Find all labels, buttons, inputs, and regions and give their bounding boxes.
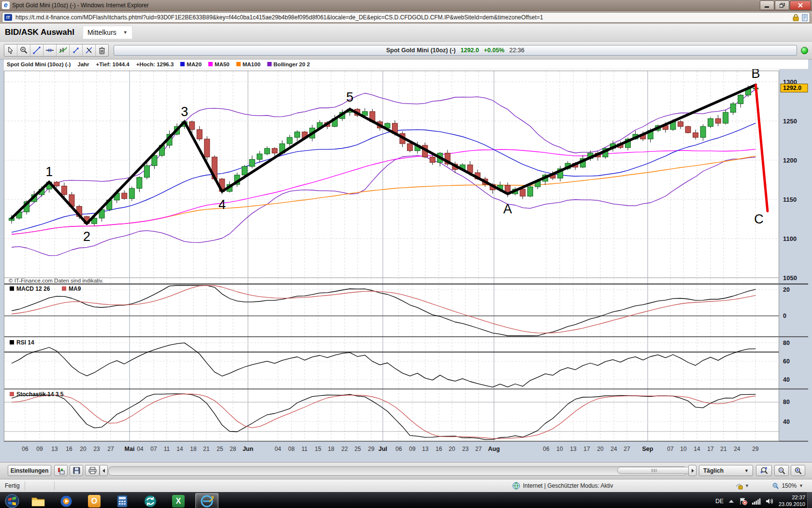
- svg-text:1250: 1250: [783, 118, 797, 125]
- action-center-flag-icon[interactable]: [739, 497, 747, 505]
- chart-bottom-toolbar: Einstellungen Täglich ▼: [0, 462, 812, 479]
- magnifier-fit-icon: [760, 466, 768, 475]
- url-input[interactable]: [14, 14, 791, 21]
- svg-text:20: 20: [597, 446, 604, 452]
- zoom-fit-button[interactable]: [756, 465, 772, 476]
- price-type-select[interactable]: Mittelkurs ▼: [83, 26, 132, 39]
- taskbar-outlook-button[interactable]: O: [83, 493, 105, 508]
- excel-icon: X: [172, 495, 185, 508]
- arrow-left-icon: [102, 469, 105, 473]
- svg-text:C: C: [754, 212, 764, 226]
- trash-icon: [99, 46, 105, 54]
- taskbar-clock[interactable]: 22:37 23.09.2010: [779, 494, 805, 508]
- network-signal-icon[interactable]: [752, 498, 761, 505]
- tray-expand-icon[interactable]: [728, 499, 734, 503]
- save-chart-button[interactable]: [54, 465, 68, 476]
- show-desktop-button[interactable]: [807, 492, 812, 508]
- quote-price: 1292.0: [461, 47, 479, 54]
- trendline-tool-button[interactable]: [30, 45, 44, 56]
- save-button[interactable]: [70, 465, 83, 476]
- svg-text:20: 20: [783, 286, 790, 293]
- legend-series-item: MA20: [180, 61, 202, 67]
- windows-orb-icon: [5, 494, 19, 508]
- sync-icon: [144, 495, 157, 508]
- arrow-right-icon: [691, 469, 694, 473]
- svg-text:1: 1: [45, 164, 53, 179]
- svg-text:13: 13: [51, 446, 58, 452]
- printer-icon: [88, 467, 97, 474]
- start-button[interactable]: [3, 492, 21, 508]
- zoom-in-button[interactable]: [791, 465, 805, 476]
- print-button[interactable]: [85, 465, 100, 476]
- svg-text:MACD 12 26: MACD 12 26: [16, 285, 50, 292]
- svg-text:2: 2: [83, 229, 90, 244]
- language-indicator[interactable]: DE: [715, 498, 724, 505]
- erase-line-tool-button[interactable]: [83, 45, 96, 56]
- svg-text:40: 40: [783, 376, 790, 383]
- floppy-icon: [73, 467, 80, 474]
- svg-text:Sep: Sep: [642, 446, 653, 452]
- svg-text:06: 06: [395, 446, 402, 452]
- quote-time: 22:36: [509, 47, 524, 54]
- chart-scrollbar[interactable]: [108, 466, 687, 476]
- segment-tool-button[interactable]: [70, 45, 83, 56]
- close-icon: [798, 3, 803, 8]
- magnifier-minus-icon: [778, 467, 785, 475]
- minimize-button[interactable]: [760, 0, 774, 10]
- indicator-tool-button[interactable]: [57, 45, 70, 56]
- price-chart-canvas[interactable]: 06091316202327Mai0407111418212528Jun0408…: [4, 69, 808, 456]
- svg-text:20: 20: [449, 446, 455, 452]
- magnifier-plus-icon: [772, 482, 779, 490]
- taskbar-excel-button[interactable]: X: [167, 493, 189, 508]
- taskbar-ie-button-active[interactable]: [195, 493, 218, 508]
- scroll-right-button[interactable]: [688, 465, 696, 476]
- zoom-out-button[interactable]: [774, 465, 789, 476]
- svg-text:11: 11: [302, 446, 308, 452]
- legend-text: +Tief: 1044.4: [96, 61, 130, 67]
- url-field[interactable]: IT: [2, 12, 810, 23]
- restore-button[interactable]: [775, 0, 789, 10]
- trendline-icon: [33, 46, 41, 54]
- svg-text:04: 04: [275, 446, 281, 452]
- timeframe-value: Täglich: [703, 467, 724, 474]
- lock-icon: [793, 14, 799, 21]
- site-favicon: IT: [4, 14, 12, 21]
- svg-text:18: 18: [328, 446, 334, 452]
- legend-series-item: MA100: [236, 61, 261, 67]
- scroll-left-button[interactable]: [100, 465, 108, 476]
- svg-text:Jul: Jul: [378, 446, 387, 452]
- legend-color-swatch: [180, 62, 185, 66]
- svg-text:13: 13: [570, 446, 577, 452]
- volume-icon[interactable]: [766, 498, 774, 505]
- pointer-tool-button[interactable]: [4, 45, 17, 56]
- minimize-icon: [765, 3, 769, 8]
- system-tray: DE 22:37 23.09.2010: [715, 492, 805, 508]
- scrollbar-thumb[interactable]: [617, 467, 691, 474]
- zoom-tool-button[interactable]: [17, 45, 30, 56]
- svg-text:1150: 1150: [783, 196, 797, 203]
- delete-all-tool-button[interactable]: [96, 45, 108, 56]
- taskbar-calculator-button[interactable]: [111, 493, 133, 508]
- taskbar-media-player-button[interactable]: [55, 493, 77, 508]
- shield-refresh-icon: [735, 482, 743, 490]
- svg-text:Jun: Jun: [243, 446, 253, 452]
- zoom-level-control[interactable]: 150% ▼: [767, 479, 808, 492]
- taskbar-explorer-button[interactable]: [27, 493, 49, 508]
- svg-text:14: 14: [694, 446, 700, 452]
- compatibility-icon[interactable]: [802, 14, 808, 21]
- svg-text:18: 18: [190, 446, 197, 452]
- svg-text:4: 4: [218, 197, 226, 212]
- svg-text:Mai: Mai: [125, 446, 135, 452]
- horizontal-line-tool-button[interactable]: [44, 45, 57, 56]
- timeframe-select[interactable]: Täglich ▼: [699, 465, 753, 476]
- protected-mode-control[interactable]: ▼: [730, 479, 754, 492]
- taskbar-sync-button[interactable]: [139, 493, 161, 508]
- svg-text:Stochastik 14 3 5: Stochastik 14 3 5: [16, 391, 64, 398]
- settings-button[interactable]: Einstellungen: [8, 465, 51, 476]
- pointer-icon: [7, 46, 14, 54]
- ie-favicon: e: [2, 1, 10, 9]
- internet-explorer-icon: [200, 494, 214, 508]
- close-button[interactable]: [790, 0, 811, 10]
- legend-color-swatch: [267, 62, 272, 66]
- svg-text:25: 25: [217, 446, 223, 452]
